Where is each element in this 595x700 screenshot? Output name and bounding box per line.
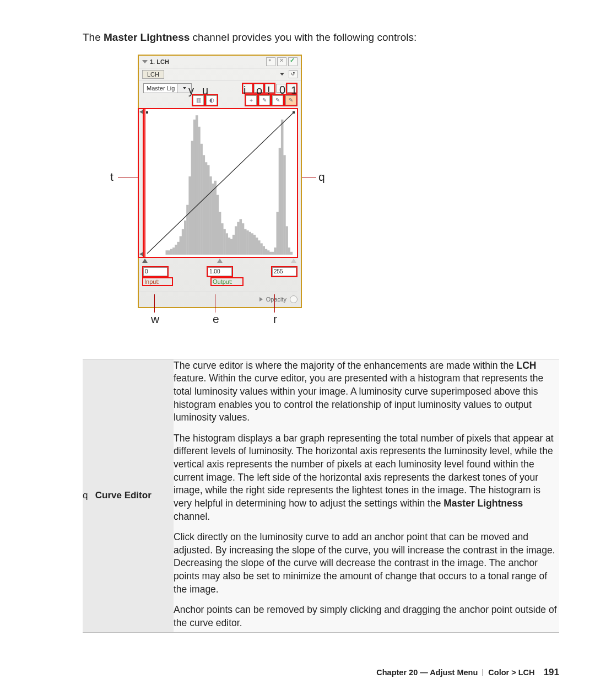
svg-rect-22 [198, 126, 201, 254]
expand-icon[interactable] [259, 297, 263, 301]
svg-rect-62 [290, 251, 293, 254]
desc-p3: Click directly on the luminosity curve t… [174, 531, 559, 596]
point-icon[interactable] [266, 57, 275, 66]
annotation-w: w [151, 313, 159, 326]
svg-rect-32 [221, 223, 224, 255]
svg-rect-45 [251, 233, 253, 255]
svg-rect-38 [235, 226, 237, 255]
svg-rect-10 [170, 249, 173, 254]
svg-rect-14 [180, 236, 182, 255]
reset-icon[interactable]: ↺ [289, 70, 298, 78]
intro-bold: Master Lightness [104, 31, 190, 43]
desc-p2: The histogram displays a bar graph repre… [174, 432, 559, 523]
svg-rect-27 [209, 176, 212, 255]
svg-rect-34 [225, 233, 228, 255]
svg-rect-59 [283, 155, 286, 255]
value-row: 0 1.00 255 [143, 267, 296, 276]
svg-rect-11 [172, 247, 175, 255]
svg-rect-36 [230, 239, 233, 254]
annotation-t: t [110, 170, 113, 184]
close-icon[interactable] [277, 57, 286, 66]
gamma-slider[interactable] [217, 259, 223, 263]
input-label: Input: [143, 278, 172, 285]
svg-rect-66 [293, 111, 295, 114]
svg-rect-48 [258, 240, 261, 255]
opacity-row[interactable]: Opacity [139, 292, 298, 303]
gamma-input[interactable]: 1.00 [208, 267, 232, 276]
curve-tool-row: ▥ ◐ ＋ ✎ ✎ ✎ [139, 94, 301, 109]
enable-checkbox[interactable] [288, 57, 298, 66]
intro-paragraph: The Master Lightness channel provides yo… [83, 30, 559, 45]
svg-rect-8 [166, 250, 169, 255]
lch-panel: 1. LCH LCH ↺ Master Lig [138, 55, 302, 308]
table-left-cell: q Curve Editor [83, 359, 174, 633]
annotation-bang: ! [267, 84, 271, 97]
svg-rect-30 [217, 195, 219, 254]
input-slider-row[interactable] [143, 259, 296, 266]
lch-method-button[interactable]: LCH [142, 70, 164, 79]
svg-rect-15 [182, 229, 185, 254]
channel-row: Master Lig [139, 81, 301, 94]
black-slider[interactable] [142, 259, 148, 263]
description-table: q Curve Editor The curve editor is where… [83, 358, 559, 634]
svg-rect-35 [228, 238, 231, 255]
footer-page-number: 191 [544, 667, 559, 677]
svg-rect-20 [193, 120, 196, 255]
intro-post: channel provides you with the following … [190, 31, 416, 43]
method-dropdown-icon[interactable] [280, 73, 284, 76]
collapse-icon[interactable] [142, 60, 148, 63]
svg-rect-54 [272, 251, 274, 254]
svg-rect-51 [265, 249, 268, 254]
opacity-label: Opacity [266, 296, 286, 303]
svg-rect-23 [200, 143, 203, 254]
annotation-e: e [213, 313, 219, 326]
annotation-q: q [318, 170, 325, 184]
channel-combo[interactable]: Master Lig [143, 83, 192, 93]
panel-title: 1. LCH [150, 58, 169, 65]
svg-rect-43 [246, 230, 249, 255]
svg-rect-18 [188, 176, 191, 255]
annotation-y: y [188, 84, 194, 97]
curve-editor[interactable] [143, 109, 298, 257]
annotation-1: 1 [291, 84, 297, 97]
ref-letter: q [83, 489, 93, 502]
footer-crumb: Color > LCH [488, 668, 534, 677]
svg-rect-61 [288, 247, 290, 255]
svg-rect-49 [260, 243, 263, 255]
io-row: Input: Output: [143, 278, 296, 285]
svg-rect-21 [196, 115, 198, 255]
opacity-radio[interactable] [290, 295, 298, 303]
svg-rect-57 [279, 148, 282, 255]
svg-rect-29 [214, 180, 217, 254]
intro-pre: The [83, 31, 104, 43]
page-footer: Chapter 20 — Adjust Menu Color > LCH 191 [376, 667, 559, 678]
footer-chapter: Chapter 20 — Adjust Menu [376, 668, 478, 677]
annotation-u: u [202, 84, 208, 97]
annotation-r: r [273, 313, 277, 326]
svg-rect-50 [262, 246, 265, 255]
svg-rect-12 [175, 245, 177, 255]
output-slider[interactable] [139, 109, 144, 257]
svg-rect-46 [253, 235, 256, 255]
ref-name: Curve Editor [95, 490, 152, 500]
svg-rect-53 [269, 251, 272, 254]
table-right-cell: The curve editor is where the majority o… [174, 359, 559, 633]
svg-rect-40 [240, 219, 242, 255]
svg-rect-25 [205, 162, 208, 255]
add-point-icon[interactable]: ＋ [246, 95, 257, 105]
white-slider[interactable] [291, 259, 296, 263]
svg-rect-41 [242, 223, 245, 255]
annotation-0: 0 [279, 84, 285, 96]
black-point-input[interactable]: 0 [143, 267, 167, 276]
svg-rect-37 [232, 235, 235, 255]
svg-rect-47 [256, 238, 258, 255]
svg-rect-19 [191, 141, 194, 254]
output-label: Output: [212, 278, 242, 285]
channel-combo-label: Master Lig [144, 85, 177, 91]
gray-dropper-icon[interactable]: ✎ [272, 95, 283, 105]
svg-rect-42 [244, 229, 247, 254]
svg-rect-31 [219, 212, 221, 254]
white-point-input[interactable]: 255 [272, 267, 296, 276]
desc-p4: Anchor points can be removed by simply c… [174, 604, 559, 629]
svg-rect-9 [168, 250, 171, 255]
